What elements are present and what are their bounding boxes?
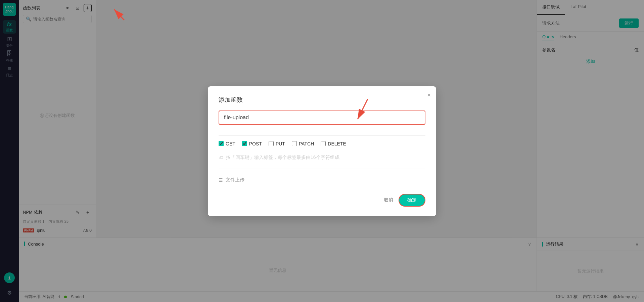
tag-icon: 🏷 (219, 155, 223, 160)
method-checkboxes: GET POST PUT PATCH DELETE (219, 141, 425, 146)
confirm-button[interactable]: 确定 (399, 194, 425, 207)
modal-tag-row: 🏷 按「回车键」输入标签，每个标签最多由16个字符组成 (219, 152, 425, 163)
desc-icon: ☰ (219, 177, 223, 183)
delete-checkbox[interactable] (321, 141, 326, 146)
modal-footer: 取消 确定 (219, 194, 425, 207)
cancel-button[interactable]: 取消 (384, 197, 393, 203)
modal-desc-row: ☰ 文件上传 (219, 174, 425, 186)
modal-overlay[interactable]: 添加函数 × GET POST PUT PATCH DELETE 🏷 按「回车 (0, 0, 644, 302)
get-checkbox[interactable] (219, 141, 224, 146)
method-put[interactable]: PUT (269, 141, 285, 146)
modal-close-button[interactable]: × (427, 92, 431, 99)
method-get[interactable]: GET (219, 141, 235, 146)
patch-checkbox[interactable] (292, 141, 297, 146)
modal-divider (219, 135, 425, 136)
method-post[interactable]: POST (242, 141, 262, 146)
add-function-modal: 添加函数 × GET POST PUT PATCH DELETE 🏷 按「回车 (208, 86, 436, 216)
modal-divider2 (219, 169, 425, 169)
desc-placeholder: 文件上传 (226, 177, 244, 183)
modal-title: 添加函数 (219, 96, 425, 104)
post-checkbox[interactable] (242, 141, 247, 146)
tag-placeholder: 按「回车键」输入标签，每个标签最多由16个字符组成 (226, 155, 339, 161)
put-checkbox[interactable] (269, 141, 274, 146)
method-patch[interactable]: PATCH (292, 141, 314, 146)
method-delete[interactable]: DELETE (321, 141, 346, 146)
function-name-input[interactable] (219, 111, 425, 125)
